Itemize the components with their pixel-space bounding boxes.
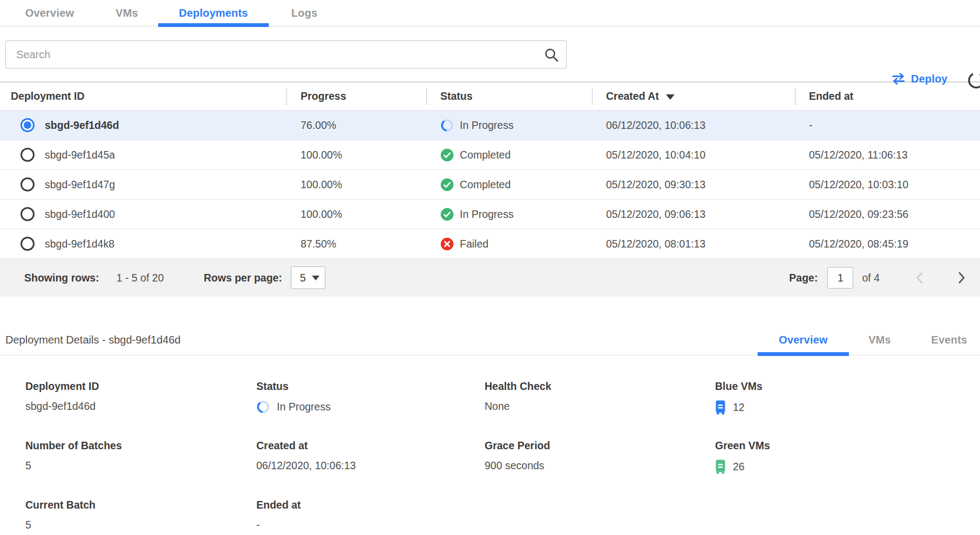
detail-field: Grace Period bbox=[485, 440, 715, 473]
row-radio-button[interactable] bbox=[21, 148, 35, 162]
tab-vms[interactable]: VMs bbox=[116, 0, 138, 26]
detail-field: Number of Batches bbox=[25, 440, 256, 473]
status-label: Completed bbox=[460, 149, 511, 161]
chevron-down-icon bbox=[312, 276, 319, 280]
details-title: Deployment Details - sbgd-9ef1d46d bbox=[5, 325, 181, 355]
row-radio-button[interactable] bbox=[21, 118, 35, 132]
details-grid: Deployment ID bbox=[0, 355, 980, 535]
detail-label: Green VMs bbox=[715, 440, 980, 452]
tab-overview[interactable]: Overview bbox=[24, 0, 75, 26]
in-progress-spinner-icon bbox=[256, 400, 270, 414]
details-tab-vms[interactable]: VMs bbox=[858, 325, 901, 355]
detail-field: Health Check bbox=[485, 380, 715, 414]
table-row[interactable]: sbgd-9ef1d46d 76.00% bbox=[0, 111, 980, 140]
detail-field: Ended at bbox=[256, 499, 485, 532]
swap-arrows-icon bbox=[891, 72, 906, 85]
detail-value: 06/12/2020, 10:06:13 bbox=[256, 459, 356, 472]
detail-value: None bbox=[485, 400, 510, 413]
progress-value: 100.00% bbox=[287, 149, 426, 161]
col-status: Status bbox=[426, 90, 592, 102]
detail-field: Blue VMs bbox=[715, 380, 980, 414]
deployments-table: Deployment ID Progress Status Created At… bbox=[0, 81, 980, 297]
page-label: Page: bbox=[789, 272, 818, 284]
ended-at-value: - bbox=[795, 119, 980, 132]
detail-label: Deployment ID bbox=[25, 380, 256, 393]
row-radio-button[interactable] bbox=[21, 207, 35, 221]
created-at-value: 05/12/2020, 09:06:13 bbox=[592, 208, 795, 221]
rows-per-page-label: Rows per page: bbox=[203, 272, 282, 284]
deployment-id: sbgd-9ef1d4k8 bbox=[45, 238, 114, 250]
details-header: Deployment Details - sbgd-9ef1d46d Overv… bbox=[0, 325, 980, 355]
completed-check-icon bbox=[440, 148, 454, 162]
detail-field: Status bbox=[256, 380, 485, 414]
next-page-button[interactable] bbox=[955, 271, 968, 284]
details-tab-events[interactable]: Events bbox=[917, 325, 980, 355]
table-body: sbgd-9ef1d46d 76.00% bbox=[0, 111, 980, 259]
table-row[interactable]: sbgd-9ef1d400 100.00% bbox=[0, 200, 980, 229]
row-radio-button[interactable] bbox=[21, 237, 35, 251]
created-at-value: 05/12/2020, 09:30:13 bbox=[592, 179, 795, 191]
col-deployment-id: Deployment ID bbox=[0, 90, 287, 102]
ended-at-value: 05/12/2020, 11:06:13 bbox=[795, 149, 980, 161]
deployment-id: sbgd-9ef1d46d bbox=[45, 119, 119, 132]
table-row[interactable]: sbgd-9ef1d4k8 87.50% bbox=[0, 229, 980, 259]
deploy-label: Deploy bbox=[911, 73, 948, 85]
progress-value: 76.00% bbox=[287, 119, 426, 132]
row-radio-button[interactable] bbox=[21, 177, 35, 191]
status-label: Failed bbox=[460, 238, 488, 250]
detail-label: Status bbox=[256, 380, 485, 393]
toolbar: Deploy bbox=[0, 26, 980, 81]
created-at-value: 05/12/2020, 08:01:13 bbox=[592, 238, 795, 250]
details-tab-overview[interactable]: Overview bbox=[758, 325, 849, 355]
detail-value: sbgd-9ef1d46d bbox=[25, 400, 96, 413]
showing-rows-value: 1 - 5 of 20 bbox=[117, 272, 164, 284]
search-box bbox=[5, 40, 567, 68]
col-created-at[interactable]: Created At bbox=[592, 90, 795, 102]
col-progress: Progress bbox=[287, 90, 426, 102]
detail-field: Deployment ID bbox=[25, 380, 256, 414]
progress-value: 87.50% bbox=[287, 238, 426, 250]
detail-label: Created at bbox=[256, 440, 485, 452]
detail-value: 26 bbox=[733, 461, 745, 473]
ended-at-value: 05/12/2020, 09:23:56 bbox=[795, 208, 980, 221]
deployments-page: { "colors":{"accent":"#2E7DF6","green":"… bbox=[0, 0, 980, 535]
detail-value: 900 seconds bbox=[485, 459, 545, 472]
search-icon bbox=[544, 47, 559, 63]
status-label: Completed bbox=[460, 179, 511, 191]
tab-deployments[interactable]: Deployments bbox=[158, 0, 269, 26]
ended-at-value: 05/12/2020, 10:03:10 bbox=[795, 179, 980, 191]
page-total: of 4 bbox=[862, 272, 880, 284]
refresh-icon[interactable] bbox=[967, 71, 980, 90]
prev-page-button[interactable] bbox=[914, 271, 927, 284]
deployment-id: sbgd-9ef1d47g bbox=[45, 179, 115, 191]
failed-x-icon bbox=[440, 237, 454, 251]
deploy-button[interactable]: Deploy bbox=[891, 72, 948, 85]
detail-field: Current Batch bbox=[25, 499, 256, 532]
rows-per-page-value: 5 bbox=[300, 272, 306, 284]
detail-label: Grace Period bbox=[485, 440, 715, 452]
status-label: In Progress bbox=[460, 119, 514, 132]
green-vm-icon bbox=[715, 459, 726, 474]
completed-check-icon bbox=[440, 178, 454, 191]
table-row[interactable]: sbgd-9ef1d45a 100.00% bbox=[0, 140, 980, 170]
sort-desc-icon bbox=[666, 94, 675, 100]
table-header: Deployment ID Progress Status Created At… bbox=[0, 81, 980, 111]
page-input[interactable] bbox=[827, 267, 853, 289]
col-ended-at: Ended at bbox=[795, 90, 980, 102]
tab-logs[interactable]: Logs bbox=[289, 0, 319, 26]
detail-value: 12 bbox=[733, 401, 745, 414]
progress-value: 100.00% bbox=[287, 208, 426, 221]
detail-field: Created at bbox=[256, 440, 485, 473]
table-row[interactable]: sbgd-9ef1d47g 100.00% bbox=[0, 170, 980, 200]
detail-field: Green VMs bbox=[715, 440, 980, 473]
detail-label: Health Check bbox=[485, 380, 715, 393]
completed-check-icon bbox=[440, 208, 454, 221]
rows-per-page-select[interactable]: 5 bbox=[291, 266, 325, 289]
blue-vm-icon bbox=[715, 400, 726, 415]
detail-value: 5 bbox=[25, 459, 31, 472]
status-label: In Progress bbox=[460, 208, 514, 221]
detail-label: Number of Batches bbox=[25, 440, 256, 452]
progress-value: 100.00% bbox=[287, 179, 426, 191]
search-input[interactable] bbox=[6, 49, 566, 61]
table-footer: Showing rows: 1 - 5 of 20 Rows per page:… bbox=[0, 259, 980, 297]
